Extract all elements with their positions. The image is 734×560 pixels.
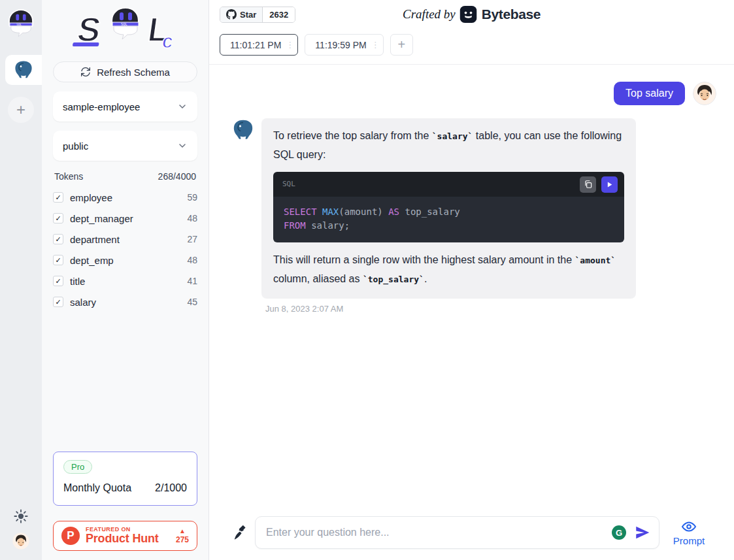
table-token-count: 45 (187, 297, 197, 307)
table-token-count: 27 (187, 234, 197, 244)
theme-toggle-sun-icon[interactable] (14, 509, 28, 523)
inline-code-amount: `amount` (575, 255, 616, 265)
checkbox-checked-icon[interactable]: ✓ (53, 234, 63, 244)
table-token-count: 59 (187, 192, 197, 203)
pro-badge: Pro (63, 460, 92, 474)
refresh-schema-button[interactable]: Refresh Schema (53, 61, 197, 82)
checkbox-checked-icon[interactable]: ✓ (53, 297, 63, 307)
checkbox-checked-icon[interactable]: ✓ (53, 213, 63, 223)
sql-chat-app: SQL + (0, 0, 734, 560)
github-icon (226, 9, 237, 20)
upvote-icon: ▲ (179, 528, 186, 535)
inline-code-top-salary: `top_salary` (363, 274, 424, 284)
send-icon (634, 524, 651, 541)
svg-text:c: c (160, 30, 174, 52)
question-input-container: G (255, 516, 659, 549)
crafted-by-label: Crafted by (403, 7, 456, 22)
chevron-down-icon (177, 140, 188, 151)
new-conversation-button[interactable]: + (390, 34, 413, 56)
user-avatar (693, 82, 716, 105)
checkbox-checked-icon[interactable]: ✓ (53, 192, 63, 203)
tokens-summary: Tokens 268/4000 (53, 161, 197, 187)
table-row-dept-emp[interactable]: ✓ dept_emp 48 (53, 250, 197, 271)
quota-label: Monthly Quota (63, 482, 131, 494)
inline-code-salary: `salary` (432, 131, 473, 141)
sql-band-label: SQL (121, 22, 127, 26)
sql-code-block: SQL (273, 172, 624, 242)
schema-select[interactable]: public (53, 131, 197, 161)
code-language-label: SQL (282, 175, 295, 193)
sql-band-label: SQL (16, 23, 22, 26)
tab-conversation[interactable]: 11:19:59 PM ⋮ (305, 34, 383, 56)
table-name: dept_manager (70, 213, 133, 224)
product-hunt-badge[interactable]: P FEATURED ON Product Hunt ▲ 275 (53, 521, 197, 551)
kebab-menu-icon[interactable]: ⋮ (286, 40, 292, 50)
schema-sidebar: S SQL L c (42, 0, 209, 560)
assistant-paragraph-2: This will return a single row with the h… (273, 251, 624, 289)
code-block-header: SQL (273, 172, 624, 197)
chat-main: Star 2632 Crafted by Bytebase 11:01:21 P… (209, 0, 734, 560)
table-name: title (70, 276, 85, 287)
schema-select-value: public (63, 140, 88, 152)
github-star-button[interactable]: Star 2632 (220, 7, 295, 23)
question-input[interactable] (266, 527, 612, 538)
star-label: Star (240, 10, 256, 20)
table-token-count: 48 (187, 213, 197, 223)
input-bar: G Prompt (209, 516, 734, 549)
user-message-row: Top salary (209, 65, 734, 105)
bytebase-brand-name: Bytebase (482, 7, 541, 22)
table-row-department[interactable]: ✓ department 27 (53, 229, 197, 250)
table-row-dept-manager[interactable]: ✓ dept_manager 48 (53, 208, 197, 229)
code-block-body: SELECT MAX(amount) AS top_salary FROM sa… (273, 197, 624, 242)
sidebar-spacer (53, 312, 197, 452)
connection-rail: SQL + (0, 0, 42, 560)
table-token-count: 41 (187, 276, 197, 286)
table-row-title[interactable]: ✓ title 41 (53, 271, 197, 291)
table-name: department (70, 234, 120, 245)
product-hunt-name: Product Hunt (86, 533, 159, 545)
play-icon (605, 180, 614, 189)
prompt-label: Prompt (673, 535, 705, 546)
kebab-menu-icon[interactable]: ⋮ (371, 40, 377, 50)
topbar: Star 2632 Crafted by Bytebase (209, 0, 734, 29)
sqlchat-bot-icon[interactable]: SQL (8, 9, 33, 37)
user-profile-avatar[interactable] (12, 533, 29, 550)
copy-icon (584, 180, 593, 189)
table-name: employee (70, 192, 112, 203)
tab-label: 11:01:21 PM (230, 40, 281, 50)
product-hunt-logo: P (61, 527, 80, 545)
code-line: SELECT MAX(amount) AS top_salary (284, 205, 614, 219)
sqlchat-logo: S SQL L c (53, 0, 197, 61)
crafted-by-bytebase[interactable]: Crafted by Bytebase (403, 6, 541, 23)
refresh-icon (80, 67, 91, 77)
tokens-value: 268/4000 (158, 171, 196, 182)
checkbox-checked-icon[interactable]: ✓ (53, 276, 63, 286)
database-select[interactable]: sample-employee (53, 91, 197, 122)
database-select-value: sample-employee (63, 101, 140, 112)
message-timestamp: Jun 8, 2023 2:07 AM (265, 304, 734, 314)
clear-conversation-broom-icon[interactable] (232, 521, 252, 544)
assistant-postgres-avatar (231, 118, 255, 142)
copy-code-button[interactable] (580, 176, 596, 193)
run-query-button[interactable] (601, 176, 618, 193)
postgres-connection-tile[interactable] (5, 55, 42, 85)
postgresql-icon (13, 59, 34, 80)
user-message-bubble: Top salary (614, 82, 685, 105)
tab-conversation-active[interactable]: 11:01:21 PM ⋮ (220, 34, 298, 56)
table-name: dept_emp (70, 255, 114, 266)
code-line: FROM salary; (284, 219, 614, 233)
send-button[interactable] (634, 524, 651, 541)
table-name: salary (70, 297, 96, 308)
grammarly-icon[interactable]: G (612, 525, 626, 540)
tokens-label: Tokens (54, 171, 83, 182)
table-token-count: 48 (187, 255, 197, 265)
add-connection-button[interactable]: + (8, 97, 34, 123)
tab-label: 11:19:59 PM (315, 40, 366, 50)
table-row-employee[interactable]: ✓ employee 59 (53, 187, 197, 208)
table-row-salary[interactable]: ✓ salary 45 (53, 291, 197, 312)
checkbox-checked-icon[interactable]: ✓ (53, 255, 63, 265)
monthly-quota-card: Pro Monthly Quota 2/1000 (53, 452, 197, 506)
prompt-button[interactable]: Prompt (670, 519, 708, 546)
refresh-schema-label: Refresh Schema (97, 67, 170, 78)
upvote-count: 275 (176, 536, 189, 544)
